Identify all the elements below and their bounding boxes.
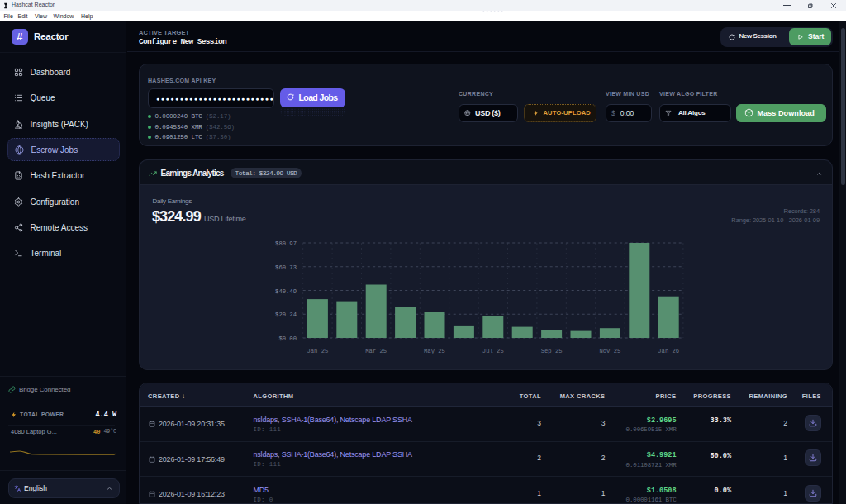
svg-text:$0.00: $0.00 (278, 335, 297, 342)
svg-text:Jul 25: Jul 25 (482, 348, 504, 354)
svg-text:Jan 25: Jan 25 (307, 348, 328, 354)
svg-text:Mar 25: Mar 25 (365, 348, 387, 354)
svg-text:Nov 25: Nov 25 (599, 348, 620, 354)
svg-text:Sep 25: Sep 25 (541, 348, 563, 354)
svg-text:$80.97: $80.97 (275, 240, 297, 247)
svg-text:$20.24: $20.24 (275, 311, 297, 318)
svg-text:May 25: May 25 (424, 348, 445, 354)
svg-text:$40.49: $40.49 (275, 288, 297, 295)
svg-text:Jan 26: Jan 26 (658, 348, 679, 354)
svg-text:$60.73: $60.73 (275, 264, 297, 271)
